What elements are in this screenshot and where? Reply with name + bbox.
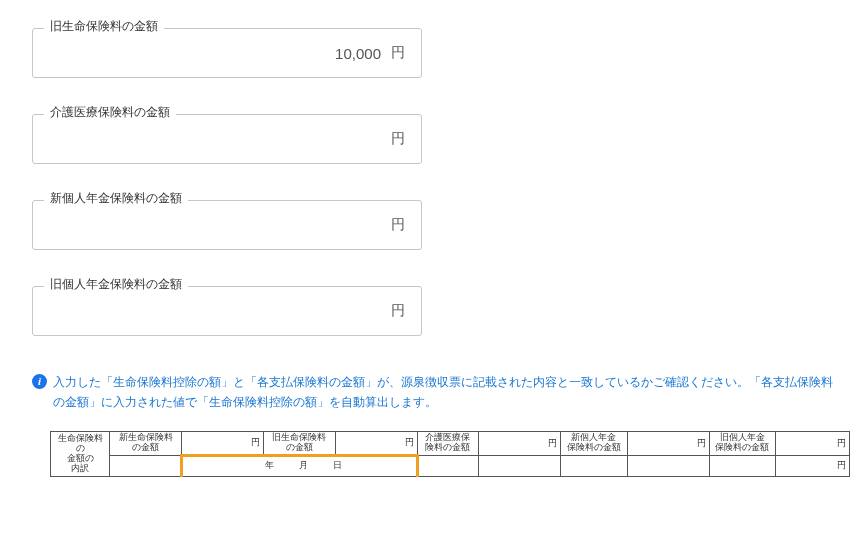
cell — [561, 455, 628, 476]
cell — [110, 455, 182, 476]
info-icon: i — [32, 374, 47, 389]
info-text: 入力した「生命保険料控除の額」と「各支払保険料の金額」が、源泉徴収票に記載された… — [53, 372, 836, 413]
input-box: 円 — [32, 200, 422, 250]
cell-old-pension-amount: 円 — [776, 431, 850, 455]
table-row: 生命保険料の金額の内訳 新生命保険料の金額 円 旧生命保険料の金額 円 介護医療… — [51, 431, 850, 455]
unit-label: 円 — [391, 44, 405, 62]
cell — [417, 455, 478, 476]
cell-new-life-amount: 円 — [182, 431, 264, 455]
new-pension-insurance-field: 新個人年金保険料の金額 円 — [32, 200, 836, 250]
header-old-life: 旧生命保険料の金額 — [264, 431, 336, 455]
field-label: 新個人年金保険料の金額 — [44, 190, 188, 207]
withholding-table: 生命保険料の金額の内訳 新生命保険料の金額 円 旧生命保険料の金額 円 介護医療… — [50, 431, 850, 477]
withholding-slip-preview: 生命保険料の金額の内訳 新生命保険料の金額 円 旧生命保険料の金額 円 介護医療… — [32, 431, 836, 477]
field-label: 旧個人年金保険料の金額 — [44, 276, 188, 293]
highlighted-date-section: 年 月 日 — [182, 455, 418, 476]
cell — [709, 455, 776, 476]
cell: 円 — [776, 455, 850, 476]
cell — [479, 455, 561, 476]
unit-label: 円 — [391, 302, 405, 320]
header-new-pension: 新個人年金保険料の金額 — [561, 431, 628, 455]
input-box: 円 — [32, 286, 422, 336]
input-box: 円 — [32, 28, 422, 78]
label-text: 介護医療保険料の金額 — [50, 104, 170, 121]
table-row: 年 月 日 円 — [51, 455, 850, 476]
old-pension-insurance-field: 旧個人年金保険料の金額 円 — [32, 286, 836, 336]
care-medical-insurance-field: 介護医療保険料の金額 円 — [32, 114, 836, 164]
cell-new-pension-amount: 円 — [627, 431, 709, 455]
unit-label: 円 — [391, 216, 405, 234]
field-label: 旧生命保険料の金額 — [44, 18, 164, 35]
input-box: 円 — [32, 114, 422, 164]
field-label: 介護医療保険料の金額 — [44, 104, 176, 121]
label-text: 新個人年金保険料の金額 — [50, 190, 182, 207]
old-life-input[interactable] — [49, 45, 391, 62]
label-text: 旧個人年金保険料の金額 — [50, 276, 182, 293]
old-pension-input[interactable] — [49, 303, 391, 320]
old-life-insurance-field: 旧生命保険料の金額 円 — [32, 28, 836, 78]
info-message: i 入力した「生命保険料控除の額」と「各支払保険料の金額」が、源泉徴収票に記載さ… — [32, 372, 836, 413]
label-text: 旧生命保険料の金額 — [50, 18, 158, 35]
unit-label: 円 — [391, 130, 405, 148]
cell-old-life-amount: 円 — [335, 431, 417, 455]
header-old-pension: 旧個人年金保険料の金額 — [709, 431, 776, 455]
cell — [627, 455, 709, 476]
new-pension-input[interactable] — [49, 217, 391, 234]
header-new-life: 新生命保険料の金額 — [110, 431, 182, 455]
cell-care-medical-amount: 円 — [479, 431, 561, 455]
header-breakdown: 生命保険料の金額の内訳 — [51, 431, 110, 476]
header-care-medical: 介護医療保険料の金額 — [417, 431, 478, 455]
care-medical-input[interactable] — [49, 131, 391, 148]
